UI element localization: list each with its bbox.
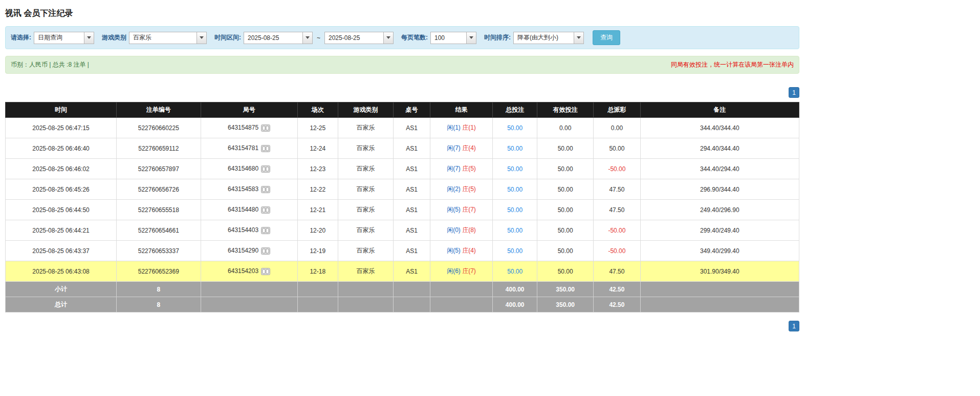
cell-valid-bet: 50.00 bbox=[537, 200, 594, 220]
cell-result: 闲(2) 庄(5) bbox=[430, 179, 493, 200]
column-header-note: 备注 bbox=[640, 102, 799, 118]
cell-payout: 47.50 bbox=[594, 200, 641, 220]
column-header-session: 场次 bbox=[297, 102, 338, 118]
cell-session: 12-24 bbox=[297, 138, 338, 159]
round-result-icon[interactable] bbox=[261, 206, 270, 214]
caret-icon bbox=[87, 36, 91, 39]
table-row: 2025-08-25 06:43:37522760653337643154290… bbox=[6, 241, 799, 261]
total-bet-link[interactable]: 50.00 bbox=[507, 206, 522, 214]
result-player: 闲(7) bbox=[447, 144, 461, 152]
round-result-icon[interactable] bbox=[261, 165, 270, 173]
date-from-select[interactable]: 2025-08-25 bbox=[244, 32, 313, 44]
cell-note: 349.40/299.40 bbox=[640, 241, 799, 261]
search-button[interactable]: 查询 bbox=[593, 30, 620, 45]
result-banker: 庄(5) bbox=[462, 165, 476, 172]
total-bet-link[interactable]: 50.00 bbox=[507, 227, 522, 234]
result-banker: 庄(4) bbox=[462, 247, 476, 254]
cell-payout: -50.00 bbox=[594, 220, 641, 241]
query-type-select[interactable]: 日期查询 bbox=[34, 32, 94, 44]
sort-select[interactable]: 降幂(由大到小) bbox=[513, 32, 584, 44]
column-header-total-bet: 总投注 bbox=[493, 102, 537, 118]
caret-icon bbox=[306, 36, 310, 39]
currency-summary-text: 币别：人民币 | 总共 :8 注单 | bbox=[11, 60, 89, 69]
total-bet-link[interactable]: 50.00 bbox=[507, 165, 522, 173]
round-result-icon[interactable] bbox=[261, 186, 270, 193]
chevron-down-icon[interactable] bbox=[383, 32, 393, 44]
cell-result: 闲(1) 庄(1) bbox=[430, 118, 493, 138]
cell-bet-id: 522760653337 bbox=[117, 241, 201, 261]
cell-round-id: 643154781 bbox=[201, 138, 297, 159]
cell-table-no: AS1 bbox=[394, 200, 430, 220]
cell-time: 2025-08-25 06:44:21 bbox=[6, 220, 117, 241]
chevron-down-icon[interactable] bbox=[197, 32, 206, 44]
cell-table-no: AS1 bbox=[394, 118, 430, 138]
caret-icon bbox=[469, 36, 473, 39]
cell-game-type: 百家乐 bbox=[338, 220, 394, 241]
total-bet-link[interactable]: 50.00 bbox=[507, 268, 522, 275]
cell-bet-id: 522760660225 bbox=[117, 118, 201, 138]
total-bet-link[interactable]: 50.00 bbox=[507, 247, 522, 255]
round-result-icon[interactable] bbox=[261, 227, 270, 234]
page-1-button[interactable]: 1 bbox=[789, 87, 799, 98]
column-header-result: 结果 bbox=[430, 102, 493, 118]
table-row: 2025-08-25 06:44:50522760655518643154480… bbox=[6, 200, 799, 220]
round-result-icon[interactable] bbox=[261, 124, 270, 132]
cell-table-no: AS1 bbox=[394, 220, 430, 241]
cell-time: 2025-08-25 06:47:15 bbox=[6, 118, 117, 138]
cell-payout: -50.00 bbox=[594, 241, 641, 261]
cell-total-bet: 50.00 bbox=[493, 200, 537, 220]
cell-total-bet: 50.00 bbox=[493, 261, 537, 282]
round-result-icon[interactable] bbox=[261, 268, 270, 275]
pagination-top: 1 bbox=[5, 87, 799, 98]
result-player: 闲(7) bbox=[447, 165, 461, 172]
cell-round-id: 643154583 bbox=[201, 179, 297, 200]
result-player: 闲(1) bbox=[447, 124, 461, 131]
page-size-select[interactable]: 100 bbox=[430, 32, 476, 44]
table-header: 时间 注单编号 局号 场次 游戏类别 桌号 结果 总投注 有效投注 总派彩 备注 bbox=[6, 102, 799, 118]
chevron-down-icon[interactable] bbox=[574, 32, 583, 44]
cell-table-no: AS1 bbox=[394, 241, 430, 261]
filter-bar: 请选择: 日期查询 游戏类别 百家乐 时间区间: 2025-08-25 ~ 20… bbox=[5, 26, 799, 49]
column-header-game-type: 游戏类别 bbox=[338, 102, 394, 118]
round-result-icon[interactable] bbox=[261, 145, 270, 152]
summary-count: 8 bbox=[117, 282, 201, 297]
cell-session: 12-25 bbox=[297, 118, 338, 138]
caret-icon bbox=[577, 36, 581, 39]
cell-table-no: AS1 bbox=[394, 138, 430, 159]
summary-label: 小计 bbox=[6, 282, 117, 297]
cell-table-no: AS1 bbox=[394, 261, 430, 282]
summary-total-bet: 400.00 bbox=[493, 297, 537, 312]
page-1-button[interactable]: 1 bbox=[789, 321, 799, 331]
cell-session: 12-22 bbox=[297, 179, 338, 200]
cell-table-no: AS1 bbox=[394, 159, 430, 179]
page-size-value: 100 bbox=[431, 32, 466, 44]
round-result-icon[interactable] bbox=[261, 247, 270, 255]
cell-game-type: 百家乐 bbox=[338, 200, 394, 220]
chevron-down-icon[interactable] bbox=[84, 32, 94, 44]
table-row: 2025-08-25 06:45:26522760656726643154583… bbox=[6, 179, 799, 200]
date-to-select[interactable]: 2025-08-25 bbox=[324, 32, 394, 44]
result-player: 闲(5) bbox=[447, 247, 461, 254]
query-type-label: 请选择: bbox=[11, 33, 31, 42]
cell-total-bet: 50.00 bbox=[493, 138, 537, 159]
result-banker: 庄(4) bbox=[462, 144, 476, 152]
game-type-select[interactable]: 百家乐 bbox=[129, 32, 207, 44]
total-bet-link[interactable]: 50.00 bbox=[507, 145, 522, 152]
sort-value: 降幂(由大到小) bbox=[514, 32, 574, 44]
cell-total-bet: 50.00 bbox=[493, 159, 537, 179]
summary-valid-bet: 350.00 bbox=[537, 297, 594, 312]
chevron-down-icon[interactable] bbox=[302, 32, 312, 44]
total-bet-link[interactable]: 50.00 bbox=[507, 186, 522, 193]
table-row: 2025-08-25 06:43:08522760652369643154203… bbox=[6, 261, 799, 282]
column-header-table-no: 桌号 bbox=[394, 102, 430, 118]
cell-result: 闲(7) 庄(5) bbox=[430, 159, 493, 179]
chevron-down-icon[interactable] bbox=[466, 32, 476, 44]
cell-time: 2025-08-25 06:43:08 bbox=[6, 261, 117, 282]
total-bet-link[interactable]: 50.00 bbox=[507, 124, 522, 132]
summary-total-bet: 400.00 bbox=[493, 282, 537, 297]
game-type-label: 游戏类别 bbox=[102, 33, 126, 42]
result-player: 闲(2) bbox=[447, 185, 461, 193]
content-area: 视讯 会员下注纪录 请选择: 日期查询 游戏类别 百家乐 时间区间: 2025-… bbox=[5, 8, 799, 331]
page-size-label: 每页笔数: bbox=[401, 33, 428, 42]
cell-time: 2025-08-25 06:44:50 bbox=[6, 200, 117, 220]
